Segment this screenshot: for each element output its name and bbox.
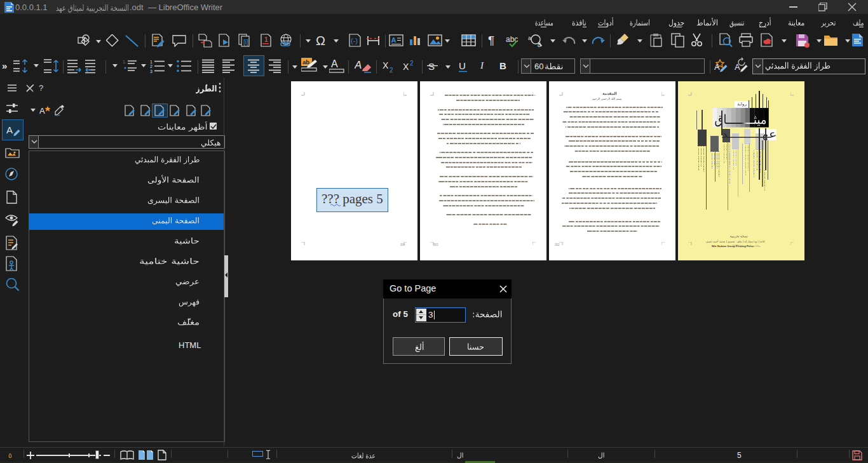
svg-text:d: d	[538, 42, 541, 48]
svg-text:A: A	[6, 124, 13, 135]
svg-text:[i]: [i]	[243, 39, 248, 46]
svg-text:1: 1	[150, 60, 153, 64]
svg-text:a: a	[528, 35, 531, 41]
svg-text:A: A	[735, 62, 740, 72]
svg-text:X: X	[383, 60, 389, 70]
svg-text:1.: 1.	[123, 60, 126, 64]
svg-text:ab: ab	[302, 58, 309, 65]
svg-text:X: X	[403, 62, 409, 72]
svg-text:2: 2	[390, 67, 393, 74]
svg-text:A: A	[39, 106, 45, 116]
svg-text:A: A	[355, 59, 362, 71]
svg-text:2: 2	[410, 60, 414, 67]
svg-text:1: 1	[264, 36, 268, 43]
svg-text:2: 2	[150, 64, 153, 69]
svg-text:3: 3	[150, 69, 153, 74]
svg-text:A: A	[391, 36, 397, 44]
svg-text:S: S	[428, 61, 435, 72]
svg-text:(-): (-)	[351, 37, 358, 44]
svg-text:A: A	[331, 58, 338, 69]
svg-text:U: U	[459, 60, 466, 71]
svg-text:A: A	[714, 62, 720, 72]
